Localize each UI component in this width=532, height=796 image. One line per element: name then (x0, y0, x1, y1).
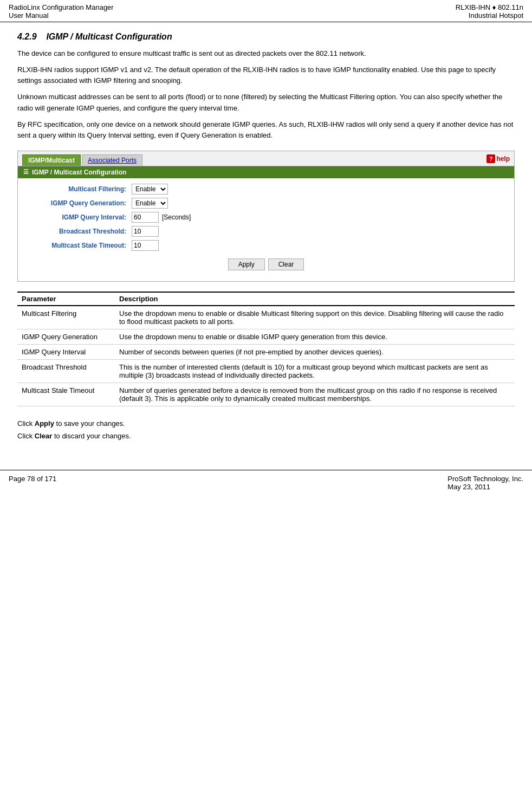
footer-company: ProSoft Technology, Inc. May 23, 2011 (447, 475, 523, 491)
page-footer: Page 78 of 171 ProSoft Technology, Inc. … (0, 470, 532, 495)
footer-date: May 23, 2011 (447, 483, 523, 491)
clear-button[interactable]: Clear (268, 258, 304, 270)
table-row: Multicast FilteringUse the dropdown menu… (17, 306, 515, 329)
paragraph-3: Unknown multicast addresses can be sent … (17, 92, 515, 113)
instruction-apply-bold: Apply (35, 419, 54, 428)
product-title: RLXIB-IHN ♦ 802.11n (456, 3, 523, 11)
table-cell-param: Multicast Stale Timeout (17, 383, 115, 406)
section-heading: IGMP / Multicast Configuration (46, 32, 172, 41)
table-row: Broadcast ThresholdThis is the number of… (17, 359, 515, 383)
panel-title: IGMP / Multicast Configuration (32, 169, 126, 176)
button-row: Apply Clear (23, 254, 509, 276)
label-igmp-query-generation: IGMP Query Generation: (23, 199, 132, 207)
table-row: IGMP Query GenerationUse the dropdown me… (17, 329, 515, 344)
apply-button[interactable]: Apply (228, 258, 265, 270)
input-broadcast-threshold (132, 226, 159, 237)
section-title: 4.2.9 IGMP / Multicast Configuration (17, 32, 515, 42)
table-cell-param: IGMP Query Generation (17, 329, 115, 344)
panel-icon: ☰ (23, 169, 29, 176)
label-multicast-filtering: Multicast Filtering: (23, 185, 132, 193)
tabs-left: IGMP/Multicast Associated Ports (22, 154, 142, 166)
label-igmp-query-interval: IGMP Query Interval: (23, 213, 132, 221)
help-icon: ? (486, 154, 495, 163)
page-header: RadioLinx Configuration Manager User Man… (0, 0, 532, 22)
field-row-igmp-query-interval: IGMP Query Interval: [Seconds] (23, 212, 509, 223)
section-number: 4.2.9 (17, 32, 37, 41)
instruction-clear-suffix: to discard your changes. (52, 432, 131, 440)
config-panel: IGMP/Multicast Associated Ports ? help ☰… (17, 151, 515, 282)
table-row: Multicast Stale TimeoutNumber of queries… (17, 383, 515, 406)
help-link[interactable]: ? help (486, 154, 510, 165)
table-col1-header: Parameter (17, 292, 115, 306)
footer-instructions: Click Apply to save your changes. Click … (17, 417, 515, 443)
config-body: ☰ IGMP / Multicast Configuration Multica… (18, 166, 514, 281)
text-broadcast-threshold[interactable] (132, 226, 159, 237)
field-row-multicast-filtering: Multicast Filtering: Enable Disable (23, 184, 509, 195)
input-multicast-filtering: Enable Disable (132, 184, 168, 195)
header-right: RLXIB-IHN ♦ 802.11n Industrial Hotspot (456, 3, 523, 20)
table-cell-param: Multicast Filtering (17, 306, 115, 329)
field-row-multicast-stale-timeout: Multicast Stale Timeout: (23, 240, 509, 251)
paragraph-2: RLXIB-IHN radios support IGMP v1 and v2.… (17, 64, 515, 86)
paragraph-1: The device can be configured to ensure m… (17, 48, 515, 59)
input-igmp-query-generation: Enable Disable (132, 198, 168, 209)
table-cell-desc: Use the dropdown menu to enable or disab… (115, 329, 515, 344)
table-cell-desc: Number of seconds between queries (if no… (115, 344, 515, 359)
table-cell-desc: Number of queries generated before a dev… (115, 383, 515, 406)
header-left: RadioLinx Configuration Manager User Man… (9, 3, 114, 20)
instruction-clear-bold: Clear (35, 432, 53, 440)
table-cell-desc: This is the number of interested clients… (115, 359, 515, 383)
product-subtitle: Industrial Hotspot (456, 11, 523, 20)
config-tabs: IGMP/Multicast Associated Ports ? help (18, 151, 514, 166)
main-content: 4.2.9 IGMP / Multicast Configuration The… (0, 22, 532, 454)
config-fields: Multicast Filtering: Enable Disable IGMP… (18, 178, 514, 281)
table-row: IGMP Query IntervalNumber of seconds bet… (17, 344, 515, 359)
unit-igmp-query-interval: [Seconds] (162, 213, 191, 221)
instruction-apply-prefix: Click (17, 419, 35, 428)
table-cell-desc: Use the dropdown menu to enable or disab… (115, 306, 515, 329)
tab-igmp-multicast[interactable]: IGMP/Multicast (22, 154, 81, 166)
table-cell-param: Broadcast Threshold (17, 359, 115, 383)
text-multicast-stale-timeout[interactable] (132, 240, 159, 251)
table-col2-header: Description (115, 292, 515, 306)
help-label: help (496, 155, 510, 163)
field-row-broadcast-threshold: Broadcast Threshold: (23, 226, 509, 237)
field-row-igmp-query-generation: IGMP Query Generation: Enable Disable (23, 198, 509, 209)
paragraph-4: By RFC specification, only one device on… (17, 119, 515, 141)
instruction-apply-suffix: to save your changes. (54, 419, 125, 428)
table-cell-param: IGMP Query Interval (17, 344, 115, 359)
manual-label: User Manual (9, 11, 114, 20)
app-title: RadioLinx Configuration Manager (9, 3, 114, 11)
config-panel-title-bar: ☰ IGMP / Multicast Configuration (18, 166, 514, 178)
label-multicast-stale-timeout: Multicast Stale Timeout: (23, 242, 132, 249)
footer-company-name: ProSoft Technology, Inc. (447, 475, 523, 483)
input-multicast-stale-timeout (132, 240, 159, 251)
parameter-table: Parameter Description Multicast Filterin… (17, 292, 515, 406)
instruction-apply: Click Apply to save your changes. (17, 417, 515, 430)
input-igmp-query-interval: [Seconds] (132, 212, 191, 223)
footer-page-number: Page 78 of 171 (9, 475, 56, 491)
text-igmp-query-interval[interactable] (132, 212, 159, 223)
select-multicast-filtering[interactable]: Enable Disable (132, 184, 168, 195)
label-broadcast-threshold: Broadcast Threshold: (23, 228, 132, 235)
instruction-clear-prefix: Click (17, 432, 35, 440)
select-igmp-query-generation[interactable]: Enable Disable (132, 198, 168, 209)
instruction-clear: Click Clear to discard your changes. (17, 430, 515, 442)
tab-associated-ports[interactable]: Associated Ports (82, 154, 142, 166)
